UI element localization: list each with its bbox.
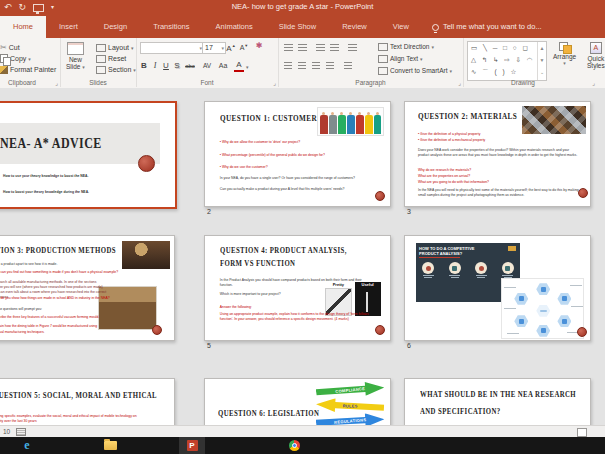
clear-formatting-button[interactable]: ✱ [254,40,264,52]
drawing-dialog-launcher[interactable]: ⌟ [592,79,595,86]
line-spacing-icon[interactable] [348,44,357,52]
slide-thumbnail-7[interactable]: QUESTION 5: SOCIAL, MORAL AND ETHICAL • … [0,378,175,425]
cut-button[interactable]: ✂ Cut [0,42,20,53]
hexagon-node [557,315,571,327]
tab-transitions[interactable]: Transitions [140,16,202,38]
slide-thumbnail-6[interactable]: HOW TO DO A COMPETITIVE PRODUCT ANALYSIS… [404,235,591,341]
powerpoint-icon: P [187,440,198,451]
copy-button[interactable]: Copy▾ [0,53,31,64]
slide-text: Take a product apart to see how it is ma… [0,262,57,267]
slide-text: Explain how the dining table in Figure 7… [0,324,104,334]
underline-button[interactable]: U [161,60,171,72]
taskbar-file-explorer-button[interactable] [97,437,123,454]
arrow-label: REGULATIONS [316,416,385,425]
shapes-gallery-scrollbar[interactable]: ▲▼⌄ [537,42,546,80]
justify-icon[interactable] [326,62,334,70]
shrink-font-button[interactable]: A▼ [239,40,249,54]
edge-icon: e [24,438,29,453]
taskbar-powerpoint-button[interactable]: P [179,437,205,454]
tab-slide-show[interactable]: Slide Show [266,16,330,38]
clipboard-group: ✂ Cut Copy▾ Format Painter Clipboard ⌟ [0,38,61,87]
infographic-title: HOW TO DO A COMPETITIVE PRODUCT ANALYSIS… [419,246,492,256]
tab-animations[interactable]: Animations [203,16,266,38]
slide-number-3: 3 [407,208,411,215]
slide-thumbnail-4[interactable]: QUESTION 3: PRODUCTION METHODS Take a pr… [0,235,175,341]
arrange-icon [559,42,571,52]
quick-styles-button[interactable]: A Quick Styles [587,42,605,69]
window-title: NEA- how to get grade A star - PowerPoin… [0,0,605,14]
strikethrough-button[interactable]: abc [183,60,197,72]
logo-icon [508,246,516,251]
people-icon [422,262,434,274]
text-direction-icon [378,43,388,51]
tab-insert[interactable]: Insert [46,16,91,38]
align-text-icon [378,55,388,63]
clipboard-dialog-launcher[interactable]: ⌟ [55,79,58,86]
slide-text: In the NEA you will need to physically t… [418,188,585,198]
slide-thumbnail-3[interactable]: QUESTION 2: MATERIALS • Give the definit… [404,101,591,207]
tab-home[interactable]: Home [0,16,46,38]
slide-text: • Why do we use the customer? [220,165,268,170]
font-dialog-launcher[interactable]: ⌟ [273,79,276,86]
slide-thumbnail-8[interactable]: QUESTION 6: LEGISLATION COMPLIANCE RULES… [204,378,391,425]
text-shadow-button[interactable]: S [172,60,182,72]
tell-me-box[interactable]: Tell me what you want to do... [422,16,552,38]
red-circle-decoration [375,191,385,201]
font-color-button[interactable]: A [234,60,244,72]
tab-design[interactable]: Design [91,16,140,38]
arrow-label: RULES [316,402,385,408]
character-spacing-button[interactable]: AV [200,60,214,72]
drawing-group: ▭ ╲ ─ □ ○ ◻ △ ↰ ↳ ⇨ ⇩ ◠ ∿ ⌒ ( ) ☆ ▲▼⌄ Ar… [463,38,605,87]
section-button[interactable]: Section▾ [96,64,136,75]
slide-title: QUESTION 5: SOCIAL, MORAL AND ETHICAL [0,390,157,400]
font-color-dropdown[interactable]: ▾ [246,64,249,70]
slide-thumbnail-5[interactable]: QUESTION 4: PRODUCT ANALYSIS, FORM VS FU… [204,235,391,341]
layout-icon [96,44,106,52]
slide-thumbnail-2[interactable]: QUESTION 1: CUSTOMER • Why do we allow t… [204,101,391,207]
font-name-combo[interactable] [140,42,204,54]
tab-review[interactable]: Review [329,16,380,38]
font-size-combo[interactable]: 17 [202,42,226,54]
format-painter-button[interactable]: Format Painter [0,64,56,75]
folder-icon [104,441,117,450]
change-case-button[interactable]: Aa [216,60,230,72]
smartart-icon [378,67,388,75]
slide-text: What are the properties on arrival? [418,174,470,179]
lightbulb-icon [432,24,439,31]
paintbrush-icon [0,66,8,74]
slide-thumbnail-9[interactable]: WHAT SHOULD BE IN THE NEA RESEARCH AND S… [404,378,591,425]
increase-indent-icon[interactable] [330,44,339,52]
align-right-icon[interactable] [312,62,320,70]
decrease-indent-icon[interactable] [316,44,325,52]
layout-button[interactable]: Layout▾ [96,42,134,53]
paragraph-dialog-launcher[interactable]: ⌟ [458,79,461,86]
view-options-icon[interactable] [577,428,587,437]
red-circle-decoration [578,188,588,198]
italic-button[interactable]: I [150,60,160,72]
paragraph-group: Text Direction▾ Align Text▾ Convert to S… [278,38,464,87]
align-text-button[interactable]: Align Text▾ [378,53,423,64]
slide-text: Using an appropriate product example, ex… [220,312,372,322]
pie-chart-icon [502,262,514,274]
taskbar-chrome-button[interactable] [281,437,307,454]
bullets-icon[interactable] [284,44,293,52]
materials-image [522,106,587,134]
text-direction-button[interactable]: Text Direction▾ [378,41,434,52]
slide-thumbnail-1[interactable]: NEA- A* ADVICE How to use your theory kn… [0,101,177,209]
notes-icon[interactable] [16,428,26,436]
columns-icon[interactable] [344,62,352,70]
copy-icon [0,54,8,63]
convert-to-smartart-button[interactable]: Convert to SmartArt▾ [378,65,452,76]
taskbar-edge-button[interactable]: e [14,437,40,454]
slide-number-6: 6 [407,342,411,349]
tab-view[interactable]: View [380,16,422,38]
align-center-icon[interactable] [298,62,306,70]
numbering-icon[interactable] [298,44,307,52]
reset-button[interactable]: Reset [96,53,126,64]
shapes-gallery[interactable]: ▭ ╲ ─ □ ○ ◻ △ ↰ ↳ ⇨ ⇩ ◠ ∿ ⌒ ( ) ☆ ▲▼⌄ [467,41,547,81]
bold-button[interactable]: B [139,60,149,72]
new-slide-button[interactable]: New Slide ▾ [66,42,85,70]
align-left-icon[interactable] [284,62,292,70]
grow-font-button[interactable]: A▲ [226,40,236,55]
arrange-button[interactable]: Arrange▾ [553,42,576,66]
